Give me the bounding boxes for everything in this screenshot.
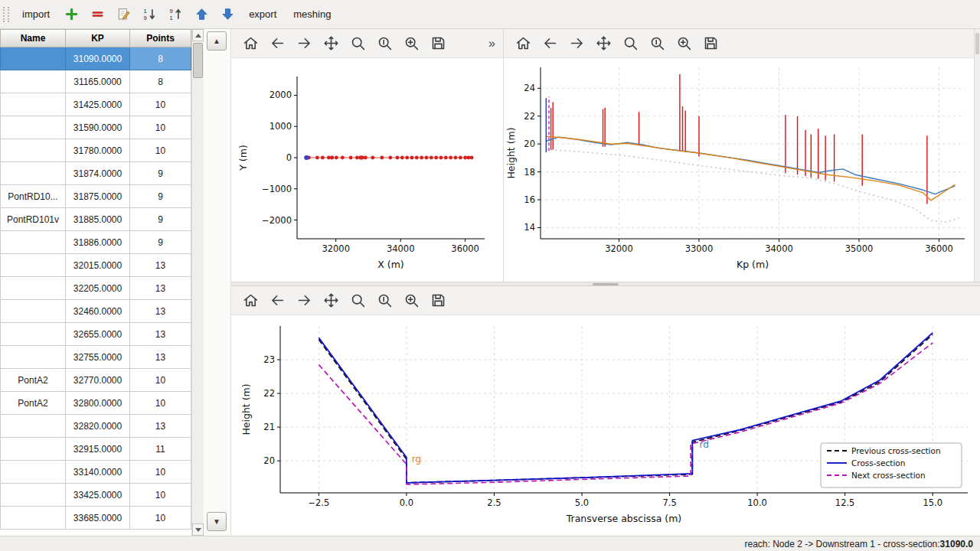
cell-name[interactable] (0, 254, 66, 277)
table-row[interactable]: 31874.00009 (0, 162, 191, 185)
cell-kp[interactable]: 32460.0000 (66, 300, 130, 323)
cell-name[interactable] (0, 507, 66, 530)
table-row[interactable]: 32820.000013 (0, 415, 191, 438)
save-button[interactable] (701, 34, 720, 54)
table-row[interactable]: 33140.000010 (0, 461, 191, 484)
table-row[interactable]: 31425.000010 (0, 93, 191, 116)
cell-points[interactable]: 10 (130, 507, 191, 530)
table-row[interactable]: 32655.000013 (0, 323, 191, 346)
move-row-down-button[interactable]: ▼ (207, 512, 227, 531)
cell-kp[interactable]: 32015.0000 (66, 254, 130, 277)
remove-button[interactable] (87, 5, 107, 24)
cell-points[interactable]: 13 (130, 346, 191, 369)
menu-export[interactable]: export (240, 0, 285, 29)
save-button[interactable] (428, 34, 448, 54)
cell-name[interactable]: PontRD10... (0, 185, 66, 208)
figure-options-button[interactable] (374, 34, 394, 54)
move-up-button[interactable] (191, 5, 211, 24)
pan-button[interactable] (321, 291, 341, 311)
cell-points[interactable]: 13 (130, 254, 191, 277)
cell-name[interactable]: PontA2 (0, 369, 66, 392)
scrollbar-up-button[interactable] (192, 29, 204, 41)
cell-points[interactable]: 10 (130, 484, 191, 507)
splitter-handle[interactable] (593, 283, 619, 285)
column-header-kp[interactable]: KP (66, 29, 130, 47)
cell-kp[interactable]: 33685.0000 (66, 507, 130, 530)
cell-points[interactable]: 10 (130, 93, 191, 116)
pan-button[interactable] (593, 34, 613, 54)
cell-kp[interactable]: 33425.0000 (66, 484, 130, 507)
table-row[interactable]: 31165.00008 (0, 70, 191, 93)
cell-points[interactable]: 10 (130, 461, 191, 484)
cell-name[interactable] (0, 461, 66, 484)
cell-points[interactable]: 13 (130, 415, 191, 438)
table-row[interactable]: PontA232770.000010 (0, 369, 191, 392)
forward-button[interactable] (294, 34, 314, 54)
cell-kp[interactable]: 31874.0000 (66, 162, 130, 185)
cell-name[interactable] (0, 300, 66, 323)
table-row[interactable]: PontA232800.000010 (0, 392, 191, 415)
cell-name[interactable] (0, 415, 66, 438)
table-row[interactable]: 33425.000010 (0, 484, 191, 507)
cell-name[interactable] (0, 323, 66, 346)
move-row-up-button[interactable]: ▲ (207, 31, 227, 51)
cell-kp[interactable]: 31875.0000 (66, 185, 130, 208)
cell-points[interactable]: 9 (130, 208, 191, 231)
cell-name[interactable] (0, 231, 66, 254)
cell-name[interactable] (0, 139, 66, 162)
cell-points[interactable]: 9 (130, 162, 191, 185)
cell-name[interactable] (0, 47, 66, 70)
cell-kp[interactable]: 31165.0000 (66, 70, 130, 93)
zoom-rect-button[interactable] (348, 34, 368, 54)
move-down-button[interactable] (217, 5, 237, 24)
scrollbar-thumb[interactable] (193, 43, 203, 78)
cell-kp[interactable]: 32755.0000 (66, 346, 130, 369)
cell-points[interactable]: 9 (130, 185, 191, 208)
forward-button[interactable] (567, 34, 586, 54)
cell-name[interactable] (0, 277, 66, 300)
home-button[interactable] (240, 291, 260, 311)
cross-section-plot[interactable]: −2.50.02.55.07.510.012.515.020212223Tran… (231, 315, 980, 536)
table-row[interactable]: 31090.00008 (0, 47, 191, 70)
table-row[interactable]: 31886.00009 (0, 231, 191, 254)
cell-kp[interactable]: 32915.0000 (66, 438, 130, 461)
table-row[interactable]: 31590.000010 (0, 116, 191, 139)
table-row[interactable]: 32205.000013 (0, 277, 191, 300)
table-row[interactable]: PontRD101v31885.00009 (0, 208, 191, 231)
plots-scrollbar-thumb[interactable] (975, 33, 979, 54)
sort-ascending-button[interactable]: 91 (165, 5, 185, 24)
zoom-rect-button[interactable] (348, 291, 368, 311)
scrollbar-down-button[interactable] (192, 523, 204, 536)
cell-kp[interactable]: 32655.0000 (66, 323, 130, 346)
column-header-points[interactable]: Points (130, 29, 191, 47)
cell-kp[interactable]: 31780.0000 (66, 139, 130, 162)
table-row[interactable]: 32460.000013 (0, 300, 191, 323)
cell-kp[interactable]: 33140.0000 (66, 461, 130, 484)
table-scrollbar[interactable] (191, 29, 204, 536)
cell-points[interactable]: 10 (130, 139, 191, 162)
menu-import[interactable]: import (14, 0, 58, 29)
table-row[interactable]: 33685.000010 (0, 507, 191, 530)
column-header-name[interactable]: Name (0, 29, 66, 47)
cell-name[interactable] (0, 70, 66, 93)
save-button[interactable] (428, 291, 448, 311)
table-row[interactable]: 32755.000013 (0, 346, 191, 369)
cell-points[interactable]: 10 (130, 369, 191, 392)
toolbar-grip-handle[interactable] (3, 7, 9, 22)
cell-kp[interactable]: 32205.0000 (66, 277, 130, 300)
forward-button[interactable] (294, 291, 314, 311)
zoom-button[interactable] (401, 291, 421, 311)
cell-points[interactable]: 13 (130, 300, 191, 323)
pan-button[interactable] (321, 34, 341, 54)
cell-kp[interactable]: 32770.0000 (66, 369, 130, 392)
table-row[interactable]: 32015.000013 (0, 254, 191, 277)
back-button[interactable] (267, 34, 287, 54)
plots-vertical-scrollbar[interactable] (974, 29, 980, 282)
add-button[interactable] (61, 5, 81, 24)
back-button[interactable] (540, 34, 560, 54)
cell-points[interactable]: 8 (130, 70, 191, 93)
figure-options-button[interactable] (374, 291, 394, 311)
longitudinal-profile-plot[interactable]: 3200033000340003500036000141618202224Kp … (504, 58, 974, 282)
edit-button[interactable] (113, 5, 133, 24)
cell-kp[interactable]: 31886.0000 (66, 231, 130, 254)
